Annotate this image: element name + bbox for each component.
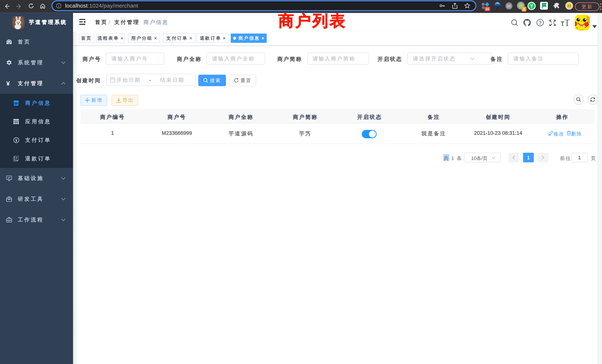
svg-text:10: 10 <box>485 7 489 11</box>
svg-text:1: 1 <box>523 7 525 11</box>
